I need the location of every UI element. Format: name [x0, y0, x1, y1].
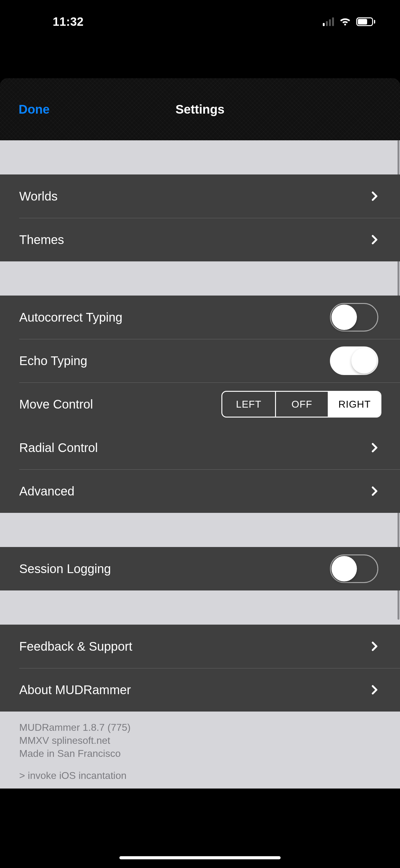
chevron-right-icon — [371, 685, 378, 695]
seg-off[interactable]: OFF — [275, 392, 328, 416]
settings-content[interactable]: Worlds Themes Autocorrect Typing Echo Ty… — [0, 140, 400, 788]
row-label: Echo Typing — [19, 354, 87, 368]
row-session-logging: Session Logging — [0, 547, 400, 590]
navbar: Done Settings — [0, 78, 400, 140]
row-worlds[interactable]: Worlds — [0, 175, 400, 218]
row-feedback-support[interactable]: Feedback & Support — [0, 625, 400, 668]
footer-line: > invoke iOS incantation — [19, 769, 381, 782]
seg-left[interactable]: LEFT — [222, 392, 275, 416]
footer-line: MMXV splinesoft.net — [19, 734, 381, 747]
row-about[interactable]: About MUDRammer — [0, 668, 400, 712]
status-time: 11:32 — [53, 15, 84, 29]
row-label: Worlds — [19, 189, 58, 203]
row-radial-control[interactable]: Radial Control — [0, 426, 400, 469]
move-control-segmented[interactable]: LEFT OFF RIGHT — [222, 391, 381, 417]
settings-modal: Done Settings Worlds Themes Autocorrect … — [0, 78, 400, 788]
footer-line: MUDRammer 1.8.7 (775) — [19, 721, 381, 734]
row-label: Advanced — [19, 484, 74, 498]
battery-icon — [356, 18, 375, 26]
row-label: About MUDRammer — [19, 683, 131, 697]
seg-right[interactable]: RIGHT — [328, 392, 380, 416]
page-title: Settings — [175, 102, 225, 116]
chevron-right-icon — [371, 191, 378, 201]
home-indicator[interactable] — [120, 856, 280, 859]
row-label: Radial Control — [19, 441, 98, 455]
row-label: Autocorrect Typing — [19, 310, 123, 324]
chevron-right-icon — [371, 443, 378, 453]
row-label: Themes — [19, 233, 64, 247]
echo-switch[interactable] — [330, 346, 378, 375]
row-move-control: Move Control LEFT OFF RIGHT — [0, 382, 400, 426]
row-label: Move Control — [19, 397, 93, 411]
chevron-right-icon — [371, 486, 378, 496]
footer-line: Made in San Francisco — [19, 747, 381, 760]
chevron-right-icon — [371, 235, 378, 245]
chevron-right-icon — [371, 641, 378, 651]
row-echo-typing: Echo Typing — [0, 339, 400, 382]
wifi-icon — [339, 17, 351, 27]
row-advanced[interactable]: Advanced — [0, 469, 400, 513]
autocorrect-switch[interactable] — [330, 303, 378, 332]
status-indicators — [323, 17, 375, 27]
row-autocorrect-typing: Autocorrect Typing — [0, 296, 400, 339]
row-label: Feedback & Support — [19, 640, 132, 653]
status-bar: 11:32 — [0, 0, 400, 43]
cellular-signal-icon — [323, 18, 334, 26]
done-button[interactable]: Done — [19, 102, 49, 116]
row-themes[interactable]: Themes — [0, 218, 400, 261]
row-label: Session Logging — [19, 562, 111, 576]
footer-text: MUDRammer 1.8.7 (775) MMXV splinesoft.ne… — [0, 712, 400, 788]
session-logging-switch[interactable] — [330, 554, 378, 583]
